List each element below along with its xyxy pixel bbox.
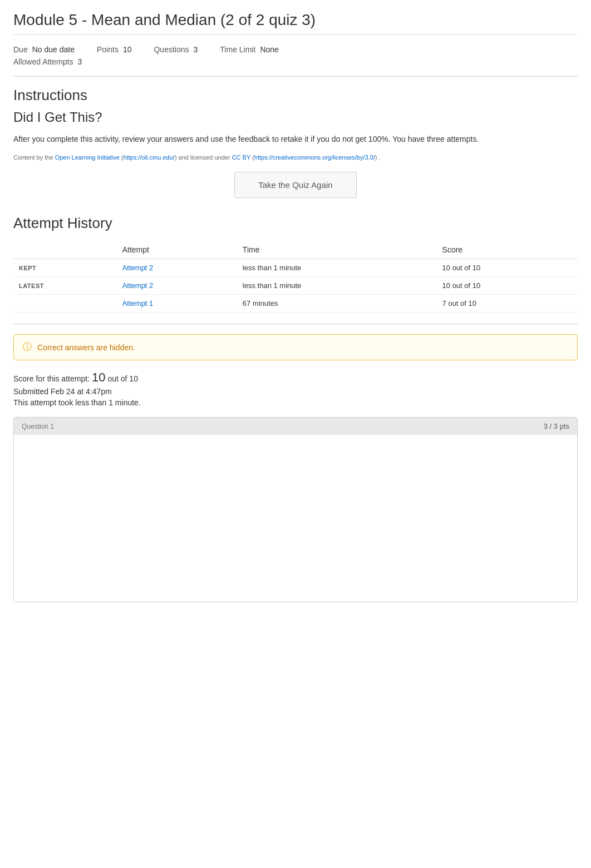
page-title: Module 5 - Mean and Median (2 of 2 quiz … [13, 11, 578, 35]
allowed-attempts-label: Allowed Attempts [13, 57, 73, 66]
row3-time: 67 minutes [237, 295, 437, 313]
credit-suffix: . [379, 154, 381, 161]
row3-tag [13, 295, 117, 313]
score-suffix: out of 10 [107, 374, 138, 383]
row2-time: less than 1 minute [237, 277, 437, 295]
table-header-row: Attempt Time Score [13, 241, 578, 259]
due-meta: Due No due date [13, 45, 75, 54]
attempt-history-table: Attempt Time Score KEPT Attempt 2 less t… [13, 241, 578, 313]
content-credit: Content by the Open Learning Initiative … [13, 154, 578, 161]
attempt-time-line: This attempt took less than 1 minute. [13, 398, 578, 407]
questions-value: 3 [194, 45, 198, 54]
table-row: KEPT Attempt 2 less than 1 minute 10 out… [13, 259, 578, 277]
col-score: Score [437, 241, 578, 259]
correct-answers-box: ⓘ Correct answers are hidden. [13, 334, 578, 360]
question-body [14, 435, 577, 602]
credit-middle: and licensed under [179, 154, 230, 161]
divider-1 [13, 76, 578, 77]
take-quiz-again-button[interactable]: Take the Quiz Again [234, 172, 357, 198]
allowed-attempts-value: 3 [77, 57, 82, 66]
allowed-attempts-meta: Allowed Attempts 3 [13, 57, 82, 66]
meta-row-2: Allowed Attempts 3 [13, 57, 578, 66]
row1-attempt: Attempt 2 [117, 259, 237, 277]
row1-time: less than 1 minute [237, 259, 437, 277]
correct-answers-text: Correct answers are hidden. [37, 343, 135, 352]
instructions-heading: Instructions [13, 87, 578, 104]
table-row: Attempt 1 67 minutes 7 out of 10 [13, 295, 578, 313]
score-number: 10 [92, 370, 105, 385]
instructions-text: After you complete this activity, review… [13, 133, 578, 145]
col-attempt: Attempt [117, 241, 237, 259]
submitted-line: Submitted Feb 24 at 4:47pm [13, 387, 578, 396]
points-meta: Points 10 [97, 45, 132, 54]
questions-label: Questions [154, 45, 189, 54]
time-limit-value: None [260, 45, 278, 54]
attempt1-link[interactable]: Attempt 1 [122, 299, 154, 307]
table-row: LATEST Attempt 2 less than 1 minute 10 o… [13, 277, 578, 295]
row1-score: 10 out of 10 [437, 259, 578, 277]
row3-score: 7 out of 10 [437, 295, 578, 313]
meta-row-1: Due No due date Points 10 Questions 3 Ti… [13, 45, 578, 54]
row2-attempt: Attempt 2 [117, 277, 237, 295]
cc-url-link[interactable]: https://creativecommons.org/licenses/by/… [254, 154, 375, 161]
quiz-again-container: Take the Quiz Again [13, 172, 578, 198]
col-time: Time [237, 241, 437, 259]
row3-attempt: Attempt 1 [117, 295, 237, 313]
attempt2-link-1[interactable]: Attempt 2 [122, 264, 154, 272]
score-section: Score for this attempt: 10 out of 10 Sub… [13, 370, 578, 407]
attempt-history-heading: Attempt History [13, 215, 578, 232]
question-header: Question 1 3 / 3 pts [14, 418, 577, 435]
questions-meta: Questions 3 [154, 45, 198, 54]
divider-2 [13, 324, 578, 324]
due-label: Due [13, 45, 28, 54]
time-limit-meta: Time Limit None [220, 45, 279, 54]
oli-url-link[interactable]: https://oli.cmu.edu/ [124, 154, 175, 161]
warning-icon: ⓘ [23, 341, 32, 353]
cc-link[interactable]: CC BY [232, 154, 250, 161]
points-value: 10 [123, 45, 132, 54]
row2-score: 10 out of 10 [437, 277, 578, 295]
oli-link[interactable]: Open Learning Initiative [55, 154, 120, 161]
attempt2-link-2[interactable]: Attempt 2 [122, 281, 154, 290]
score-line: Score for this attempt: 10 out of 10 [13, 370, 578, 385]
score-label: Score for this attempt: [13, 374, 90, 383]
did-i-get-heading: Did I Get This? [13, 110, 578, 125]
time-limit-label: Time Limit [220, 45, 255, 54]
credit-prefix: Content by the [13, 154, 53, 161]
row1-tag: KEPT [13, 259, 117, 277]
question-label: Question 1 [22, 423, 54, 430]
question-box: Question 1 3 / 3 pts [13, 417, 578, 602]
points-label: Points [97, 45, 119, 54]
col-tag [13, 241, 117, 259]
row2-tag: LATEST [13, 277, 117, 295]
question-pts: 3 / 3 pts [544, 422, 569, 430]
due-value: No due date [32, 45, 75, 54]
